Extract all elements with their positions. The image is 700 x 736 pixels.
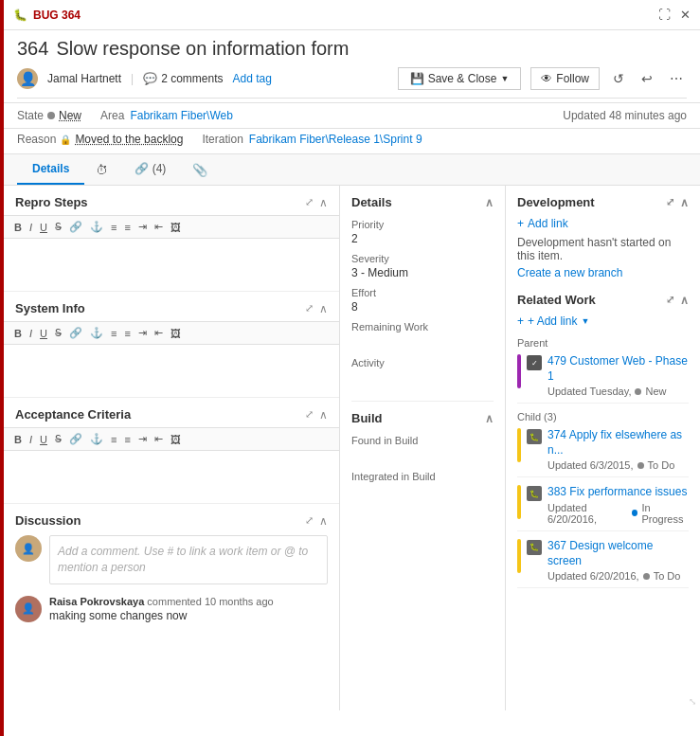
list-ul-btn[interactable]: ≡ bbox=[108, 221, 119, 234]
state-value[interactable]: New bbox=[59, 109, 81, 122]
iteration-value[interactable]: Fabrikam Fiber\Release 1\Sprint 9 bbox=[249, 133, 422, 146]
tab-links[interactable]: 🔗 (4) bbox=[119, 154, 181, 185]
disc-expand-icon[interactable]: ⤢ bbox=[305, 514, 314, 527]
si-indent-btn[interactable]: ⇥ bbox=[135, 326, 150, 340]
area-label: Area bbox=[100, 109, 124, 122]
severity-label: Severity bbox=[351, 253, 494, 264]
comment-input[interactable]: Add a comment. Use # to link a work item… bbox=[49, 535, 328, 584]
si-bold-btn[interactable]: B bbox=[11, 327, 25, 340]
details-collapse[interactable]: ∧ bbox=[485, 196, 494, 209]
ac-link-btn[interactable]: 🔗 bbox=[66, 432, 85, 446]
ac-underline-btn[interactable]: U bbox=[37, 433, 50, 446]
child1-info: 374 Apply fix elsewhere as n... Updated … bbox=[547, 428, 689, 471]
undo-button[interactable]: ↩ bbox=[637, 69, 656, 88]
si-listul-btn[interactable]: ≡ bbox=[108, 327, 119, 340]
resize-grip[interactable]: ⤡ bbox=[689, 696, 696, 707]
dev-collapse-btn[interactable]: ∧ bbox=[680, 196, 689, 209]
build-collapse[interactable]: ∧ bbox=[485, 412, 494, 425]
anchor-btn[interactable]: ⚓ bbox=[87, 220, 106, 234]
current-user-avatar: 👤 bbox=[15, 535, 42, 562]
repro-expand-icon[interactable]: ⤢ bbox=[305, 196, 314, 208]
bug-title[interactable]: Slow response on information form bbox=[56, 38, 349, 60]
ac-content[interactable] bbox=[4, 451, 339, 503]
dev-expand-icon[interactable]: ⤢ bbox=[666, 196, 674, 208]
tab-attachments[interactable]: 📎 bbox=[181, 155, 219, 185]
user-name: Jamal Hartnett bbox=[47, 72, 121, 85]
area-value[interactable]: Fabrikam Fiber\Web bbox=[130, 109, 232, 122]
system-info-controls: ⤢ ∧ bbox=[305, 302, 328, 315]
tab-details[interactable]: Details bbox=[17, 154, 84, 185]
related-add-link-btn[interactable]: + + Add link ▼ bbox=[517, 314, 689, 328]
ac-outdent-btn[interactable]: ⇤ bbox=[152, 432, 166, 446]
commenter-avatar: 👤 bbox=[15, 596, 42, 622]
underline-btn[interactable]: U bbox=[37, 221, 50, 234]
ac-listul-btn[interactable]: ≡ bbox=[108, 433, 119, 446]
sysinfo-expand-icon[interactable]: ⤢ bbox=[305, 302, 314, 314]
strikethrough-btn[interactable]: S̶ bbox=[52, 220, 64, 234]
sysinfo-collapse-btn[interactable]: ∧ bbox=[319, 302, 328, 315]
title-bar: 🐛 BUG 364 ⛶ ✕ bbox=[4, 0, 700, 30]
related-collapse-btn[interactable]: ∧ bbox=[680, 294, 689, 307]
si-anchor-btn[interactable]: ⚓ bbox=[87, 326, 106, 340]
ac-bold-btn[interactable]: B bbox=[11, 433, 25, 446]
ac-italic-btn[interactable]: I bbox=[27, 433, 35, 446]
reason-value[interactable]: Moved to the backlog bbox=[75, 133, 183, 146]
close-icon[interactable]: ✕ bbox=[680, 8, 691, 22]
parent-title[interactable]: 479 Customer Web - Phase 1 bbox=[547, 354, 689, 384]
repro-steps-content[interactable] bbox=[4, 239, 339, 291]
child1-title[interactable]: 374 Apply fix elsewhere as n... bbox=[547, 428, 689, 458]
repro-collapse-btn[interactable]: ∧ bbox=[319, 196, 328, 209]
left-panel: Repro Steps ⤢ ∧ B I U S̶ 🔗 ⚓ ≡ ≡ ⇥ ⇤ 🖼 bbox=[4, 186, 340, 710]
si-underline-btn[interactable]: U bbox=[37, 327, 50, 340]
indent-btn[interactable]: ⇥ bbox=[135, 220, 150, 234]
si-italic-btn[interactable]: I bbox=[27, 327, 35, 340]
child3-title[interactable]: 367 Design welcome screen bbox=[547, 539, 689, 568]
si-link-btn[interactable]: 🔗 bbox=[66, 326, 85, 340]
expand-icon[interactable]: ⛶ bbox=[658, 8, 671, 22]
link-btn[interactable]: 🔗 bbox=[66, 220, 85, 234]
ac-listol-btn[interactable]: ≡ bbox=[121, 433, 133, 446]
activity-value[interactable] bbox=[351, 370, 494, 386]
toolbar-comments[interactable]: 💬 2 comments bbox=[143, 72, 223, 85]
priority-value[interactable]: 2 bbox=[351, 232, 494, 245]
si-outdent-btn[interactable]: ⇤ bbox=[152, 326, 166, 340]
si-listol-btn[interactable]: ≡ bbox=[121, 327, 133, 340]
si-image-btn[interactable]: 🖼 bbox=[168, 327, 184, 340]
refresh-button[interactable]: ↺ bbox=[609, 69, 628, 88]
system-info-content[interactable] bbox=[4, 345, 339, 397]
integrated-in-value[interactable] bbox=[351, 484, 494, 499]
follow-button[interactable]: 👁 Follow bbox=[530, 67, 600, 90]
outdent-btn[interactable]: ⇤ bbox=[152, 220, 166, 234]
related-expand-icon[interactable]: ⤢ bbox=[666, 294, 674, 306]
found-in-value[interactable] bbox=[351, 448, 494, 463]
dev-add-link-btn[interactable]: + Add link bbox=[517, 217, 689, 230]
create-branch-link[interactable]: Create a new branch bbox=[517, 266, 622, 279]
disc-collapse-btn[interactable]: ∧ bbox=[319, 514, 328, 528]
ac-collapse-btn[interactable]: ∧ bbox=[319, 408, 328, 422]
repro-steps-section: Repro Steps ⤢ ∧ B I U S̶ 🔗 ⚓ ≡ ≡ ⇥ ⇤ 🖼 bbox=[4, 186, 339, 292]
ac-indent-btn[interactable]: ⇥ bbox=[135, 432, 150, 446]
ac-expand-icon[interactable]: ⤢ bbox=[305, 408, 314, 421]
list-ol-btn[interactable]: ≡ bbox=[121, 221, 133, 234]
bold-btn[interactable]: B bbox=[11, 221, 25, 234]
tab-history[interactable]: ⏱ bbox=[84, 155, 119, 185]
add-tag-btn[interactable]: Add tag bbox=[233, 72, 272, 85]
child1-status-dot bbox=[637, 462, 644, 469]
si-strike-btn[interactable]: S̶ bbox=[52, 326, 64, 340]
right-panel: Development ⤢ ∧ + Add link Development h… bbox=[506, 186, 700, 710]
child2-title[interactable]: 383 Fix performance issues bbox=[547, 485, 689, 500]
italic-btn[interactable]: I bbox=[27, 221, 35, 234]
ac-anchor-btn[interactable]: ⚓ bbox=[87, 432, 106, 446]
ac-strike-btn[interactable]: S̶ bbox=[52, 432, 64, 446]
save-icon: 💾 bbox=[410, 72, 424, 85]
more-button[interactable]: ⋯ bbox=[666, 69, 687, 88]
ac-image-btn[interactable]: 🖼 bbox=[168, 433, 184, 446]
image-btn[interactable]: 🖼 bbox=[168, 221, 184, 234]
effort-value[interactable]: 8 bbox=[351, 300, 494, 314]
save-close-button[interactable]: 💾 Save & Close ▼ bbox=[398, 67, 522, 90]
child3-status-dot bbox=[643, 573, 650, 580]
remaining-work-value[interactable] bbox=[351, 334, 494, 350]
comment-entry: 👤 Raisa Pokrovskaya commented 10 months … bbox=[15, 596, 328, 622]
severity-value[interactable]: 3 - Medium bbox=[351, 266, 494, 279]
toolbar-user: Jamal Hartnett bbox=[47, 72, 121, 85]
